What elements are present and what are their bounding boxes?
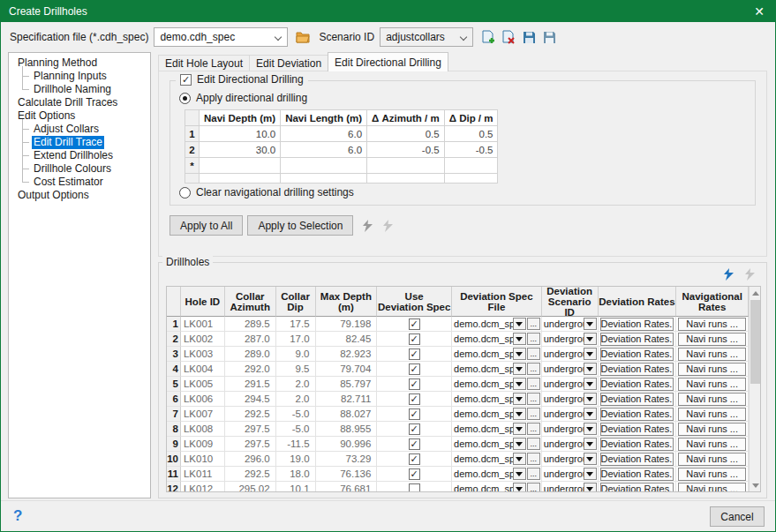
deviation-spec-browse-button[interactable]: ... xyxy=(527,333,540,345)
collar-azimuth-cell[interactable]: 292.5 xyxy=(225,407,276,422)
deviation-spec-browse-button[interactable]: ... xyxy=(527,483,540,491)
deviation-scenario-dropdown-icon[interactable] xyxy=(584,438,597,450)
new-scenario-icon[interactable] xyxy=(480,29,496,45)
navi-depth-cell[interactable] xyxy=(200,158,281,174)
spec-file-combobox[interactable]: demo.cdh_spec xyxy=(154,27,288,47)
collar-dip-cell[interactable]: 17.0 xyxy=(276,332,316,347)
tab-edit-hole-layout[interactable]: Edit Hole Layout xyxy=(158,55,250,71)
deviation-rates-button[interactable]: Deviation Rates... xyxy=(600,333,674,346)
deviation-spec-browse-button[interactable]: ... xyxy=(527,393,540,405)
deviation-scenario-dropdown-icon[interactable] xyxy=(584,318,597,330)
deviation-spec-dropdown-icon[interactable] xyxy=(513,393,526,405)
max-depth-cell[interactable]: 82.45 xyxy=(316,332,378,347)
sidebar-item-drillhole-colours[interactable]: Drillhole Colours xyxy=(12,162,150,176)
deviation-spec-dropdown-icon[interactable] xyxy=(513,363,526,375)
row-number[interactable]: 2 xyxy=(167,332,181,347)
open-folder-icon[interactable] xyxy=(295,29,311,45)
collar-dip-cell[interactable]: 17.5 xyxy=(276,317,316,332)
deviation-spec-dropdown-icon[interactable] xyxy=(513,348,526,360)
scrollbar-thumb[interactable] xyxy=(750,300,760,384)
navigational-rates-button[interactable]: Navi runs ... xyxy=(678,318,746,331)
collar-dip-cell[interactable]: -5.0 xyxy=(276,407,316,422)
delta-azimuth-cell[interactable] xyxy=(367,158,445,174)
deviation-rates-button[interactable]: Deviation Rates... xyxy=(600,423,674,436)
deviation-rates-button[interactable]: Deviation Rates... xyxy=(600,363,674,376)
sidebar-item-planning-method[interactable]: Planning Method xyxy=(12,56,150,70)
max-depth-cell[interactable]: 76.136 xyxy=(316,467,378,482)
navigational-rates-button[interactable]: Navi runs ... xyxy=(678,438,746,451)
delta-dip-cell[interactable]: -0.5 xyxy=(444,142,498,158)
use-deviation-checkbox[interactable]: ✓ xyxy=(409,318,420,330)
use-deviation-checkbox[interactable]: ✓ xyxy=(409,453,420,465)
navigational-rates-button[interactable]: Navi runs ... xyxy=(678,348,746,361)
collar-azimuth-cell[interactable]: 297.5 xyxy=(225,437,276,452)
deviation-spec-dropdown-icon[interactable] xyxy=(513,483,526,491)
help-icon[interactable]: ? xyxy=(13,507,22,525)
navigational-rates-button[interactable]: Navi runs ... xyxy=(678,378,746,391)
scroll-down-icon[interactable] xyxy=(750,479,761,491)
sidebar-item-extend-drillholes[interactable]: Extend Drillholes xyxy=(12,149,150,162)
deviation-spec-browse-button[interactable]: ... xyxy=(527,438,540,450)
navigational-rates-button[interactable]: Navi runs ... xyxy=(678,468,746,481)
deviation-spec-browse-button[interactable]: ... xyxy=(527,468,540,480)
hole-id-cell[interactable]: LK010 xyxy=(181,452,225,467)
deviation-spec-dropdown-icon[interactable] xyxy=(513,423,526,435)
use-deviation-checkbox[interactable]: ✓ xyxy=(409,378,420,390)
apply-to-selection-button[interactable]: Apply to Selection xyxy=(247,215,353,236)
save-icon[interactable] xyxy=(521,29,537,45)
delete-scenario-icon[interactable] xyxy=(501,29,516,45)
cancel-button[interactable]: Cancel xyxy=(710,506,765,527)
nav-row-number[interactable]: 1 xyxy=(185,126,200,142)
use-deviation-checkbox[interactable]: ✓ xyxy=(409,468,420,480)
collar-dip-cell[interactable]: -5.0 xyxy=(276,422,316,437)
hole-id-cell[interactable]: LK007 xyxy=(181,407,225,422)
deviation-scenario-dropdown-icon[interactable] xyxy=(584,423,597,435)
navi-length-cell[interactable]: 6.0 xyxy=(281,142,367,158)
deviation-rates-button[interactable]: Deviation Rates... xyxy=(600,453,674,466)
apply-to-all-button[interactable]: Apply to All xyxy=(170,215,243,236)
deviation-scenario-dropdown-icon[interactable] xyxy=(584,408,597,420)
collar-azimuth-cell[interactable]: 294.5 xyxy=(225,392,276,407)
navi-length-cell[interactable]: 6.0 xyxy=(281,126,367,142)
row-number[interactable]: 12 xyxy=(167,482,181,491)
max-depth-cell[interactable]: 90.996 xyxy=(316,437,378,452)
hole-id-cell[interactable]: LK004 xyxy=(181,362,225,377)
navi-length-cell[interactable] xyxy=(281,158,367,174)
deviation-spec-browse-button[interactable]: ... xyxy=(527,318,540,330)
scenario-id-combobox[interactable]: adjustcollars xyxy=(380,27,473,47)
navi-length-cell[interactable] xyxy=(281,174,367,184)
collar-dip-cell[interactable]: 10.1 xyxy=(276,482,316,491)
delta-dip-cell[interactable]: 0.5 xyxy=(444,126,498,142)
collar-azimuth-cell[interactable]: 292.5 xyxy=(225,467,276,482)
use-deviation-checkbox[interactable]: ✓ xyxy=(409,363,420,375)
row-number[interactable]: 8 xyxy=(167,422,181,437)
hole-id-cell[interactable]: LK001 xyxy=(181,317,225,332)
tab-edit-directional-drilling[interactable]: Edit Directional Drilling xyxy=(328,52,448,71)
hole-id-cell[interactable]: LK008 xyxy=(181,422,225,437)
delta-azimuth-cell[interactable]: 0.5 xyxy=(367,126,445,142)
delta-azimuth-cell[interactable]: -0.5 xyxy=(367,142,445,158)
deviation-spec-dropdown-icon[interactable] xyxy=(513,378,526,390)
hole-id-cell[interactable]: LK011 xyxy=(181,467,225,482)
collar-azimuth-cell[interactable]: 289.5 xyxy=(225,317,276,332)
collar-azimuth-cell[interactable]: 291.5 xyxy=(225,377,276,392)
use-deviation-checkbox[interactable]: ✓ xyxy=(409,393,420,405)
sidebar-item-drillhole-naming[interactable]: Drillhole Naming xyxy=(12,83,150,96)
collar-dip-cell[interactable]: 2.0 xyxy=(276,392,316,407)
navi-depth-cell[interactable]: 30.0 xyxy=(200,142,281,158)
deviation-scenario-dropdown-icon[interactable] xyxy=(584,468,597,480)
deviation-scenario-dropdown-icon[interactable] xyxy=(584,393,597,405)
delta-dip-cell[interactable] xyxy=(444,158,498,174)
max-depth-cell[interactable]: 79.198 xyxy=(316,317,378,332)
navigational-rates-button[interactable]: Navi runs ... xyxy=(678,483,746,492)
deviation-spec-dropdown-icon[interactable] xyxy=(513,438,526,450)
nav-row-number[interactable]: 2 xyxy=(185,142,200,158)
apply-flash-icon[interactable] xyxy=(723,268,735,281)
deviation-spec-dropdown-icon[interactable] xyxy=(513,333,526,345)
navi-depth-cell[interactable]: 10.0 xyxy=(200,126,281,142)
row-number[interactable]: 1 xyxy=(167,317,181,332)
collar-dip-cell[interactable]: 9.5 xyxy=(276,362,316,377)
use-deviation-checkbox[interactable]: ✓ xyxy=(409,408,420,420)
sidebar-item-planning-inputs[interactable]: Planning Inputs xyxy=(12,70,150,83)
max-depth-cell[interactable]: 88.027 xyxy=(316,407,378,422)
